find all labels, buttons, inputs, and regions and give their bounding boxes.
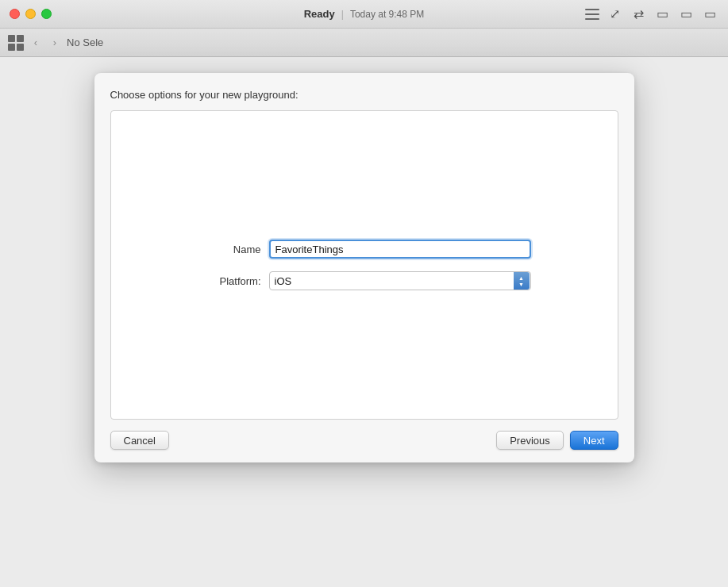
platform-select-wrapper: iOS macOS tvOS <box>269 271 531 290</box>
main-content: Choose options for your new playground: … <box>0 57 728 587</box>
titlebar-center: Ready | Today at 9:48 PM <box>304 8 425 20</box>
name-input[interactable] <box>269 240 531 259</box>
dialog-footer: Cancel Previous Next <box>110 431 618 450</box>
titlebar: Ready | Today at 9:48 PM ⤢ ⇄ ▭ ▭ ▭ <box>0 0 728 29</box>
traffic-lights <box>10 9 52 19</box>
list-view-icon[interactable] <box>585 9 599 20</box>
nav-button-group: Previous Next <box>496 431 618 450</box>
titlebar-separator: | <box>341 9 344 20</box>
navigator-label: No Sele <box>67 36 103 48</box>
grid-icon[interactable] <box>8 35 24 51</box>
minimize-button[interactable] <box>25 9 36 19</box>
nav-forward-button[interactable]: › <box>48 36 62 50</box>
sidebar-right-icon[interactable]: ▭ <box>701 6 718 23</box>
platform-select[interactable]: iOS macOS tvOS <box>269 271 531 290</box>
dialog-title: Choose options for your new playground: <box>110 89 618 101</box>
new-playground-dialog: Choose options for your new playground: … <box>94 73 634 462</box>
platform-row: Platform: iOS macOS tvOS <box>198 271 531 290</box>
close-button[interactable] <box>10 9 20 19</box>
back-forward-icon[interactable]: ⇄ <box>630 6 647 23</box>
name-row: Name <box>198 240 531 259</box>
form-area: Name Platform: iOS macOS tvOS <box>198 240 531 290</box>
previous-button[interactable]: Previous <box>496 431 564 450</box>
cancel-button[interactable]: Cancel <box>110 431 169 450</box>
titlebar-right: ⤢ ⇄ ▭ ▭ ▭ <box>585 6 718 23</box>
platform-label: Platform: <box>198 275 261 287</box>
sidebar-left-icon[interactable]: ▭ <box>653 6 671 23</box>
window-time: Today at 9:48 PM <box>350 9 424 20</box>
share-icon[interactable]: ⤢ <box>606 6 623 23</box>
maximize-button[interactable] <box>41 9 52 19</box>
window: Ready | Today at 9:48 PM ⤢ ⇄ ▭ ▭ ▭ ‹ › N… <box>0 0 728 587</box>
sidebar-bottom-icon[interactable]: ▭ <box>677 6 695 23</box>
name-label: Name <box>198 244 261 255</box>
dialog-body: Name Platform: iOS macOS tvOS <box>110 110 618 420</box>
next-button[interactable]: Next <box>570 431 618 450</box>
secondary-toolbar: ‹ › No Sele <box>0 29 728 57</box>
window-status: Ready <box>304 8 335 20</box>
nav-back-button[interactable]: ‹ <box>29 36 43 50</box>
